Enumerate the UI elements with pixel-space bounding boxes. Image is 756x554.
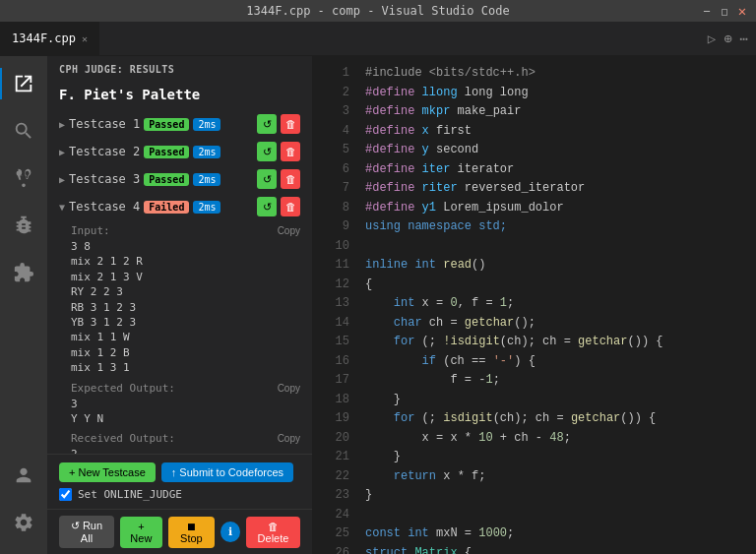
sidebar: CPH JUDGE: RESULTS F. Piet's Palette ▶ T… (47, 56, 313, 554)
activity-item-extensions[interactable] (0, 249, 47, 296)
info-button[interactable]: ℹ (220, 522, 240, 542)
code-line-7: #define riter reversed_iterator (365, 179, 756, 199)
submit-codeforces-button[interactable]: ↑ Submit to Codeforces (161, 462, 293, 482)
code-line-10 (365, 237, 756, 257)
online-judge-checkbox-label[interactable]: Set ONLINE_JUDGE (59, 488, 300, 501)
code-line-23: } (365, 486, 756, 506)
split-editor-icon[interactable]: ⊕ (724, 31, 731, 46)
online-judge-label: Set ONLINE_JUDGE (78, 488, 182, 501)
tc2-time: 2ms (193, 146, 220, 158)
tc4-copy-received-btn[interactable]: Copy (278, 433, 300, 444)
window-controls: ─ □ ✕ (701, 5, 748, 17)
code-line-13: int x = 0, f = 1; (365, 294, 756, 314)
tc1-delete-btn[interactable]: 🗑 (281, 114, 300, 134)
tab-bar-actions: ▷ ⊕ ⋯ (700, 21, 756, 55)
activity-item-debug[interactable] (0, 202, 47, 249)
tc4-expected-label: Expected Output: Copy (71, 382, 300, 395)
more-actions-icon[interactable]: ⋯ (740, 31, 748, 46)
code-line-1: #include <bits/stdc++.h> (365, 64, 756, 84)
testcase-item-4[interactable]: ▼ Testcase 4 Failed 2ms ↺ 🗑 (47, 193, 312, 220)
code-line-12: { (365, 276, 756, 295)
testcase-item-3[interactable]: ▶ Testcase 3 Passed 2ms ↺ 🗑 (47, 165, 312, 193)
code-line-22: return x * f; (365, 467, 756, 487)
tc4-status: Failed (144, 201, 189, 214)
delete-button[interactable]: 🗑 Delete (246, 517, 300, 548)
tc4-expected-section: Expected Output: Copy 3 Y Y N (71, 382, 300, 427)
activity-item-source-control[interactable] (0, 154, 47, 202)
sidebar-bottom-bar: ↺ Run All + New ⏹ Stop ℹ 🗑 Delete (47, 509, 312, 554)
code-line-8: #define y1 Lorem_ipsum_dolor (365, 199, 756, 218)
tc4-delete-btn[interactable]: 🗑 (281, 197, 300, 216)
tc2-arrow: ▶ (59, 147, 65, 157)
line-numbers: 1234567891011121314151617181920212223242… (313, 56, 357, 554)
code-line-16: if (ch == '-') { (365, 352, 756, 372)
tc3-delete-btn[interactable]: 🗑 (281, 169, 300, 189)
code-line-3: #define mkpr make_pair (365, 102, 756, 122)
code-line-18: } (365, 391, 756, 410)
online-judge-checkbox[interactable] (59, 488, 72, 501)
code-line-5: #define y second (365, 141, 756, 160)
tc3-status: Passed (144, 173, 189, 186)
new-small-button[interactable]: + New (120, 517, 162, 548)
footer-buttons: + New Testcase ↑ Submit to Codeforces (59, 462, 300, 482)
tc2-rerun-btn[interactable]: ↺ (257, 142, 277, 161)
main-content: CPH JUDGE: RESULTS F. Piet's Palette ▶ T… (0, 56, 756, 554)
editor-area: 1234567891011121314151617181920212223242… (313, 56, 756, 554)
code-line-26: struct Matrix { (365, 544, 756, 555)
code-line-11: inline int read() (365, 256, 756, 276)
title-bar: 1344F.cpp - comp - Visual Studio Code ─ … (0, 0, 756, 22)
activity-bar (0, 56, 47, 554)
code-line-19: for (; isdigit(ch); ch = getchar()) { (365, 409, 756, 429)
run-all-button[interactable]: ↺ Run All (59, 516, 114, 548)
tc4-rerun-btn[interactable]: ↺ (257, 197, 277, 216)
window-title: 1344F.cpp - comp - Visual Studio Code (246, 4, 509, 18)
stop-button[interactable]: ⏹ Stop (168, 517, 215, 548)
tc2-actions: ↺ 🗑 (257, 142, 300, 161)
tab-close-icon[interactable]: ✕ (82, 33, 88, 44)
close-button[interactable]: ✕ (736, 5, 748, 17)
code-line-21: } (365, 448, 756, 467)
tc1-label: Testcase 1 (69, 117, 140, 131)
sidebar-footer: + New Testcase ↑ Submit to Codeforces Se… (47, 454, 312, 509)
editor-content[interactable]: 1234567891011121314151617181920212223242… (313, 56, 756, 554)
code-line-24 (365, 506, 756, 525)
testcase-item-1[interactable]: ▶ Testcase 1 Passed 2ms ↺ 🗑 (47, 110, 312, 138)
code-area[interactable]: #include <bits/stdc++.h>#define llong lo… (357, 56, 756, 554)
maximize-button[interactable]: □ (719, 5, 730, 17)
activity-item-account[interactable] (0, 452, 47, 499)
tc2-delete-btn[interactable]: 🗑 (281, 142, 300, 161)
tc2-label: Testcase 2 (69, 145, 140, 158)
tc3-time: 2ms (193, 173, 220, 186)
tc1-status: Passed (144, 118, 189, 131)
testcase-item-2[interactable]: ▶ Testcase 2 Passed 2ms ↺ 🗑 (47, 138, 312, 165)
activity-item-explorer[interactable] (0, 60, 47, 107)
activity-item-search[interactable] (0, 107, 47, 154)
sidebar-title: F. Piet's Palette (47, 83, 312, 110)
activity-item-settings[interactable] (0, 499, 47, 546)
sidebar-content: ▶ Testcase 1 Passed 2ms ↺ 🗑 ▶ Testcase 2… (47, 110, 312, 454)
sidebar-header: CPH JUDGE: RESULTS (47, 56, 312, 83)
tc4-arrow: ▼ (59, 202, 65, 213)
active-tab[interactable]: 1344F.cpp ✕ (0, 21, 99, 55)
tc4-copy-input-btn[interactable]: Copy (278, 225, 300, 236)
code-line-4: #define x first (365, 122, 756, 142)
tc4-received-value: 2 N N N (71, 447, 300, 454)
tc3-rerun-btn[interactable]: ↺ (257, 169, 277, 189)
new-testcase-button[interactable]: + New Testcase (59, 462, 156, 482)
tc1-arrow: ▶ (59, 119, 65, 130)
minimize-button[interactable]: ─ (701, 5, 713, 17)
tc1-time: 2ms (193, 118, 220, 131)
tc4-received-section: Received Output: Copy 2 N N N (71, 432, 300, 454)
tc4-time: 2ms (193, 201, 220, 214)
tc3-label: Testcase 3 (69, 172, 140, 186)
code-line-25: const int mxN = 1000; (365, 524, 756, 544)
code-line-2: #define llong long long (365, 84, 756, 103)
tc1-rerun-btn[interactable]: ↺ (257, 114, 277, 134)
code-line-17: f = -1; (365, 371, 756, 391)
tc4-input-section: Input: Copy 3 8 mix 2 1 2 R mix 2 1 3 V … (71, 224, 300, 376)
tc3-actions: ↺ 🗑 (257, 169, 300, 189)
tc4-copy-expected-btn[interactable]: Copy (278, 383, 300, 394)
run-icon[interactable]: ▷ (708, 31, 716, 46)
tc4-label: Testcase 4 (69, 200, 140, 214)
tc4-detail: Input: Copy 3 8 mix 2 1 2 R mix 2 1 3 V … (47, 220, 312, 454)
